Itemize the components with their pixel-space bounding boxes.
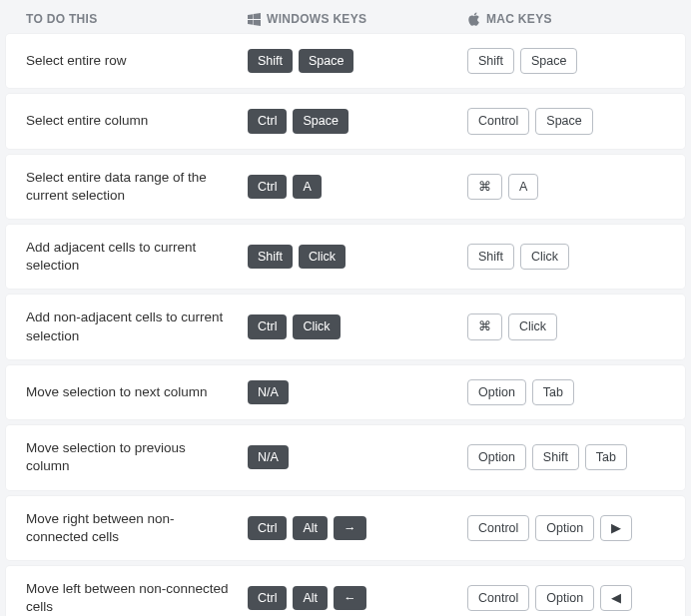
windows-keys: CtrlA [248, 175, 467, 199]
row-action: Select entire row [26, 52, 248, 70]
key: ⌘ [467, 174, 502, 200]
key: Tab [532, 379, 574, 405]
table-row: Move selection to next columnN/AOptionTa… [6, 365, 685, 419]
key: Ctrl [248, 314, 287, 338]
key: ▶ [600, 515, 632, 541]
key: Option [535, 515, 594, 541]
key: Shift [467, 244, 514, 270]
key: Alt [293, 516, 328, 540]
key: Ctrl [248, 586, 287, 610]
row-action: Add non-adjacent cells to current select… [26, 308, 248, 344]
key: Space [520, 48, 577, 74]
key: Option [467, 444, 526, 470]
key: ⌘ [467, 313, 502, 339]
table-row: Select entire data range of the current … [6, 155, 685, 219]
apple-icon [467, 12, 480, 26]
row-action: Select entire column [26, 112, 248, 130]
key: Ctrl [248, 109, 287, 133]
header-windows: WINDOWS KEYS [248, 12, 467, 26]
table-row: Select entire columnCtrlSpaceControlSpac… [6, 94, 685, 148]
row-action: Add adjacent cells to current selection [26, 239, 248, 275]
key: Space [293, 109, 347, 133]
key: Click [508, 313, 557, 339]
table-row: Move left between non-connected cellsCtr… [6, 566, 685, 616]
mac-keys: OptionTab [467, 379, 665, 405]
key: Tab [585, 444, 627, 470]
row-action: Move right between non-connected cells [26, 510, 248, 546]
table-row: Add adjacent cells to current selectionS… [6, 225, 685, 289]
key: ◀ [600, 585, 632, 611]
mac-keys: ShiftSpace [467, 48, 665, 74]
windows-icon [248, 13, 261, 26]
header-mac-label: MAC KEYS [486, 12, 552, 26]
row-action: Select entire data range of the current … [26, 169, 248, 205]
key: Shift [248, 49, 293, 73]
windows-keys: CtrlSpace [248, 109, 467, 133]
mac-keys: OptionShiftTab [467, 444, 665, 470]
key: → [334, 516, 366, 540]
key: N/A [248, 380, 289, 404]
header-windows-label: WINDOWS KEYS [267, 12, 366, 26]
key: Click [520, 244, 569, 270]
mac-keys: ⌘A [467, 174, 665, 200]
table-row: Move right between non-connected cellsCt… [6, 496, 685, 560]
windows-keys: CtrlAlt→ [248, 516, 467, 540]
key: Option [467, 379, 526, 405]
table-row: Move selection to previous columnN/AOpti… [6, 425, 685, 489]
key: Alt [293, 586, 328, 610]
windows-keys: N/A [248, 445, 467, 469]
key: Ctrl [248, 516, 287, 540]
mac-keys: ControlOption▶ [467, 515, 665, 541]
windows-keys: CtrlClick [248, 314, 467, 338]
row-action: Move left between non-connected cells [26, 580, 248, 616]
windows-keys: ShiftClick [248, 245, 467, 269]
key: N/A [248, 445, 289, 469]
key: Space [535, 108, 592, 134]
windows-keys: CtrlAlt← [248, 586, 467, 610]
key: Shift [532, 444, 579, 470]
key: A [293, 175, 321, 199]
table-row: Add non-adjacent cells to current select… [6, 295, 685, 358]
key: A [508, 174, 538, 200]
key: Control [467, 108, 529, 134]
row-action: Move selection to next column [26, 383, 248, 401]
key: ← [334, 586, 366, 610]
mac-keys: ⌘Click [467, 313, 665, 339]
key: Control [467, 515, 529, 541]
mac-keys: ControlSpace [467, 108, 665, 134]
key: Space [299, 49, 353, 73]
key: Click [293, 314, 340, 338]
mac-keys: ControlOption◀ [467, 585, 665, 611]
key: Ctrl [248, 175, 287, 199]
mac-keys: ShiftClick [467, 244, 665, 270]
table-header: TO DO THIS WINDOWS KEYS MAC KEYS [6, 8, 685, 34]
key: Control [467, 585, 529, 611]
row-action: Move selection to previous column [26, 439, 248, 475]
key: Shift [248, 245, 293, 269]
windows-keys: N/A [248, 380, 467, 404]
key: Option [535, 585, 594, 611]
windows-keys: ShiftSpace [248, 49, 467, 73]
table-row: Select entire rowShiftSpaceShiftSpace [6, 34, 685, 88]
key: Click [299, 245, 346, 269]
key: Shift [467, 48, 514, 74]
header-action: TO DO THIS [26, 12, 248, 26]
header-mac: MAC KEYS [467, 12, 665, 26]
